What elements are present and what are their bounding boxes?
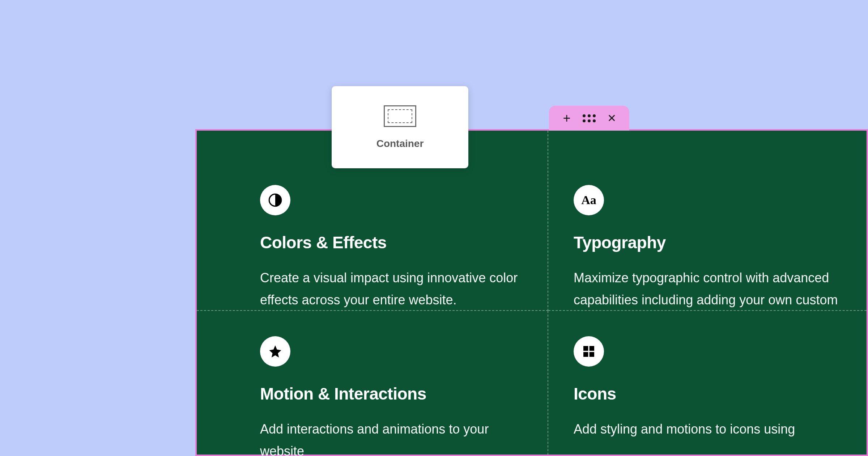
svg-rect-4 bbox=[590, 352, 594, 357]
card-title: Typography bbox=[574, 233, 845, 252]
canvas-container[interactable]: Colors & Effects Create a visual impact … bbox=[195, 129, 868, 456]
svg-rect-3 bbox=[583, 352, 588, 357]
add-button[interactable]: + bbox=[560, 112, 573, 125]
grid-icon bbox=[574, 336, 604, 367]
drag-handle[interactable] bbox=[583, 112, 596, 125]
card-desc: Add interactions and animations to your … bbox=[260, 418, 526, 456]
element-toolbar: + ✕ bbox=[549, 106, 629, 131]
card-title: Motion & Interactions bbox=[260, 384, 526, 404]
card-desc: Add styling and motions to icons using bbox=[574, 418, 845, 440]
contrast-icon bbox=[260, 185, 290, 215]
typography-icon: Aa bbox=[574, 185, 604, 215]
popover-label: Container bbox=[376, 138, 424, 149]
svg-rect-2 bbox=[590, 346, 594, 351]
svg-rect-1 bbox=[583, 346, 588, 351]
element-popover[interactable]: Container bbox=[332, 86, 468, 168]
close-button[interactable]: ✕ bbox=[605, 112, 618, 125]
feature-grid: Colors & Effects Create a visual impact … bbox=[197, 131, 867, 455]
feature-card-typography[interactable]: Aa Typography Maximize typographic contr… bbox=[548, 131, 867, 311]
card-desc: Maximize typographic control with advanc… bbox=[574, 267, 845, 311]
feature-card-icons[interactable]: Icons Add styling and motions to icons u… bbox=[548, 311, 867, 456]
card-desc: Create a visual impact using innovative … bbox=[260, 267, 526, 311]
container-icon bbox=[384, 105, 416, 127]
card-title: Icons bbox=[574, 384, 845, 404]
feature-card-motion[interactable]: Motion & Interactions Add interactions a… bbox=[197, 311, 548, 456]
card-title: Colors & Effects bbox=[260, 233, 526, 252]
close-icon: ✕ bbox=[607, 113, 616, 124]
star-icon bbox=[260, 336, 290, 367]
plus-icon: + bbox=[563, 112, 570, 125]
grip-icon bbox=[583, 114, 596, 122]
